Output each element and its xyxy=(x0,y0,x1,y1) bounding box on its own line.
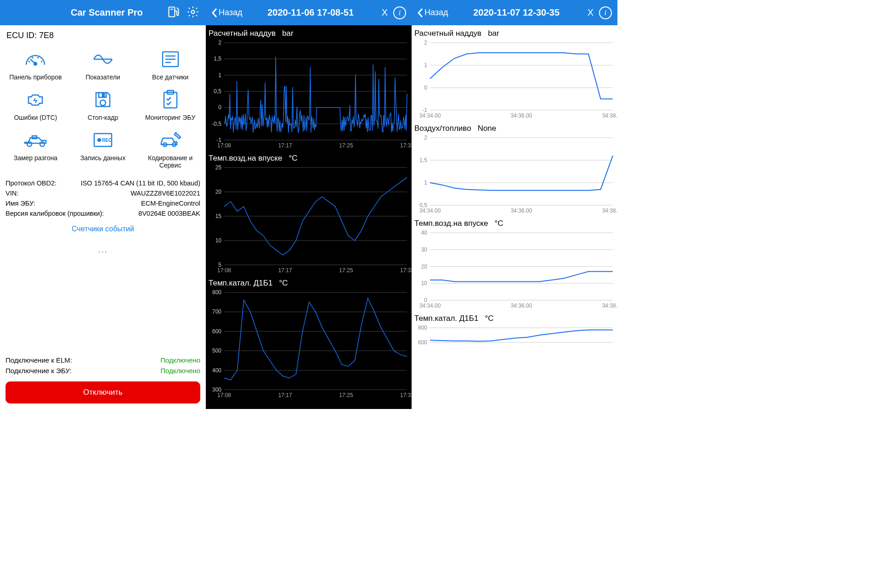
svg-text:600: 600 xyxy=(212,328,221,335)
chart-title: Воздух/топливоNone xyxy=(412,120,617,135)
svg-text:15: 15 xyxy=(215,213,222,219)
info-row: Имя ЭБУ:ECM-EngineControl xyxy=(6,198,200,208)
car-wrench-icon xyxy=(158,129,183,151)
gear-icon[interactable] xyxy=(187,6,199,20)
disconnect-button[interactable]: Отключить xyxy=(6,381,200,403)
back-button[interactable]: Назад xyxy=(211,8,243,18)
svg-text:REC: REC xyxy=(102,138,112,143)
svg-text:17:33: 17:33 xyxy=(400,267,412,274)
back-button[interactable]: Назад xyxy=(417,8,448,18)
chart-iat[interactable]: 51015202517:0817:1717:2517:33 xyxy=(206,165,412,275)
gauge-icon xyxy=(23,49,48,70)
svg-text:1,5: 1,5 xyxy=(214,56,221,62)
session-title: 2020-11-07 12-30-35 xyxy=(473,7,560,18)
chart-cat[interactable]: 600800 xyxy=(412,325,617,353)
chart-title: Расчетный наддувbar xyxy=(412,25,617,40)
session-title: 2020-11-06 17-08-51 xyxy=(267,7,354,18)
racecar-icon xyxy=(23,129,48,151)
close-button[interactable]: X xyxy=(588,7,594,18)
floppy-icon xyxy=(90,89,115,110)
info-icon[interactable]: i xyxy=(599,6,612,19)
svg-text:17:25: 17:25 xyxy=(339,142,353,149)
tile-label: Панель приборов xyxy=(9,73,62,81)
tile-label: Показатели xyxy=(85,73,120,81)
svg-text:34:38.00: 34:38.00 xyxy=(602,302,617,309)
svg-point-23 xyxy=(98,139,101,141)
svg-text:34:34.00: 34:34.00 xyxy=(419,302,441,309)
svg-text:400: 400 xyxy=(212,367,221,374)
tile-live[interactable]: Показатели xyxy=(69,49,137,81)
svg-text:17:08: 17:08 xyxy=(217,142,231,149)
close-button[interactable]: X xyxy=(382,7,388,18)
chart-af[interactable]: 0,511,5234:34.0034:36.0034:38.00 xyxy=(412,135,617,215)
event-counters-link[interactable]: Счетчики событий xyxy=(0,218,206,240)
svg-text:34:34.00: 34:34.00 xyxy=(419,207,441,214)
tile-grid: Панель приборов Показатели Все датчики О… xyxy=(0,46,206,174)
header: Car Scanner Pro xyxy=(0,0,206,25)
tile-dtc[interactable]: Ошибки (DTC) xyxy=(2,89,69,121)
svg-text:17:08: 17:08 xyxy=(217,267,231,274)
header: Назад 2020-11-06 17-08-51 X i xyxy=(206,0,412,25)
svg-point-19 xyxy=(27,142,32,146)
info-row: Протокол OBD2:ISO 15765-4 CAN (11 bit ID… xyxy=(6,178,200,188)
svg-text:17:17: 17:17 xyxy=(278,392,292,398)
tile-dashboard[interactable]: Панель приборов xyxy=(2,49,69,81)
svg-text:34:36.00: 34:36.00 xyxy=(511,112,532,119)
svg-text:2: 2 xyxy=(218,40,221,46)
chart-title: Темп.катал. Д1Б1°C xyxy=(412,310,617,325)
svg-text:17:33: 17:33 xyxy=(400,392,412,398)
tile-coding[interactable]: Кодирование и Сервис xyxy=(136,129,204,169)
clipboard-icon xyxy=(158,89,183,110)
tile-freeze[interactable]: Стоп-кадр xyxy=(69,89,137,121)
rec-icon: REC xyxy=(90,129,115,151)
more-dots[interactable]: ... xyxy=(0,240,206,268)
svg-text:-0,5: -0,5 xyxy=(212,121,221,127)
svg-text:0: 0 xyxy=(218,104,221,111)
svg-text:34:36.00: 34:36.00 xyxy=(511,207,532,214)
svg-text:1: 1 xyxy=(424,62,427,68)
tile-record[interactable]: RECЗапись данных xyxy=(69,129,137,169)
svg-text:0,5: 0,5 xyxy=(214,88,221,95)
tile-monitor[interactable]: Мониторинг ЭБУ xyxy=(136,89,204,121)
svg-text:0: 0 xyxy=(424,84,427,91)
svg-text:20: 20 xyxy=(421,263,428,270)
chart-title: Темп.катал. Д1Б1°C xyxy=(206,275,412,290)
main-pane: Car Scanner Pro ECU ID: 7E8 Панель прибо… xyxy=(0,0,206,409)
svg-rect-15 xyxy=(102,94,104,96)
log-pane-2: Назад 2020-11-07 12-30-35 X i Расчетный … xyxy=(412,0,617,409)
chart-boost[interactable]: -1-0,500,511,5217:0817:1717:2517:33 xyxy=(206,40,412,150)
svg-text:30: 30 xyxy=(421,246,428,253)
info-row: Версия калибровок (прошивки):8V0264E 000… xyxy=(6,208,200,218)
svg-text:17:25: 17:25 xyxy=(339,267,353,274)
wave-icon xyxy=(90,49,115,70)
fuel-icon[interactable] xyxy=(167,6,180,20)
info-icon[interactable]: i xyxy=(393,6,406,19)
tile-label: Ошибки (DTC) xyxy=(14,114,57,121)
tile-label: Все датчики xyxy=(152,73,188,81)
svg-text:17:08: 17:08 xyxy=(217,392,231,398)
info-row: VIN:WAUZZZ8V6E1022021 xyxy=(6,188,200,198)
svg-text:2: 2 xyxy=(424,40,427,46)
svg-line-7 xyxy=(38,57,39,58)
tile-sensors[interactable]: Все датчики xyxy=(136,49,204,81)
svg-text:17:17: 17:17 xyxy=(278,142,292,149)
app-title: Car Scanner Pro xyxy=(71,7,143,18)
svg-text:1,5: 1,5 xyxy=(419,157,427,163)
engine-icon xyxy=(23,89,48,110)
svg-text:10: 10 xyxy=(215,237,222,244)
svg-text:40: 40 xyxy=(421,230,428,236)
svg-point-20 xyxy=(40,142,45,146)
tile-label: Кодирование и Сервис xyxy=(136,154,204,169)
conn-row: Подключение к ЭБУ:Подключено xyxy=(6,365,200,376)
chart-boost[interactable]: -101234:34.0034:36.0034:38.00 xyxy=(412,40,617,120)
svg-text:34:38.00: 34:38.00 xyxy=(602,207,617,214)
tile-label: Стоп-кадр xyxy=(88,114,119,121)
chart-iat[interactable]: 01020304034:34.0034:36.0034:38.00 xyxy=(412,230,617,310)
chart-cat[interactable]: 30040050060070080017:0817:1717:2517:33 xyxy=(206,290,412,400)
tile-accel[interactable]: Замер разгона xyxy=(2,129,69,169)
chart-title: Темп.возд.на впуске°C xyxy=(206,150,412,165)
svg-text:800: 800 xyxy=(418,325,427,331)
tile-label: Замер разгона xyxy=(14,154,57,162)
chart-title: Темп.возд.на впуске°C xyxy=(412,215,617,230)
list-icon xyxy=(158,49,183,70)
